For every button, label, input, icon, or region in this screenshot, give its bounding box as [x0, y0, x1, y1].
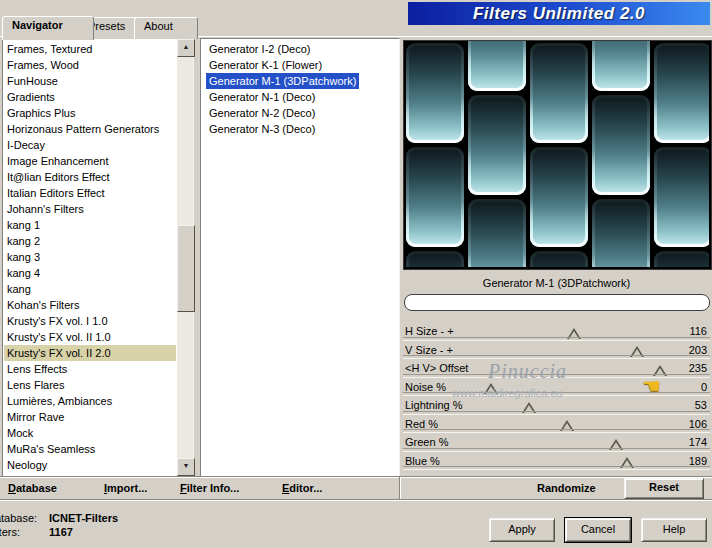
preview-caption: Generator M-1 (3DPatchwork) [403, 277, 710, 289]
category-item[interactable]: MuRa's Seamless [4, 441, 176, 457]
filter-item[interactable]: Generator K-1 (Flower) [202, 57, 398, 73]
editor-button[interactable]: Editor... [282, 482, 322, 494]
slider-thumb[interactable] [560, 420, 574, 431]
thumb-face [562, 423, 572, 431]
filter-item[interactable]: Generator N-1 (Deco) [202, 89, 398, 105]
category-item[interactable]: Johann's Filters [4, 201, 176, 217]
category-item[interactable]: Frames, Textured [4, 41, 176, 57]
category-item[interactable]: Lens Effects [4, 361, 176, 377]
import-button[interactable]: Import... [104, 482, 147, 494]
category-item[interactable]: Lens Flares [4, 377, 176, 393]
slider-track[interactable] [491, 452, 674, 471]
filter-item-label: Generator M-1 (3DPatchwork) [206, 73, 359, 89]
category-item[interactable]: kang 1 [4, 217, 176, 233]
scrollbar-track[interactable] [177, 57, 193, 458]
import-button-label: mport... [107, 482, 147, 494]
slider-thumb[interactable] [567, 328, 581, 339]
slider-row-red: Red % 106 [403, 415, 710, 434]
filter-info-button-label: ilter Info... [187, 482, 240, 494]
thumb-face [622, 460, 632, 468]
category-item[interactable]: Neology [4, 457, 176, 473]
reset-button[interactable]: Reset [624, 478, 704, 499]
slider-track[interactable] [491, 322, 674, 341]
category-scrollbar[interactable]: ▲ ▼ [177, 39, 193, 476]
scroll-down-icon: ▼ [183, 462, 190, 469]
category-item[interactable]: kang 3 [4, 249, 176, 265]
randomize-button[interactable]: Randomize [537, 482, 596, 494]
slider-value: 203 [689, 344, 707, 356]
slider-value: 189 [689, 455, 707, 467]
category-item[interactable]: Lumières, Ambiances [4, 393, 176, 409]
slider-track[interactable] [491, 433, 674, 452]
tab-about[interactable]: About [134, 17, 198, 39]
category-item[interactable]: Gradients [4, 89, 176, 105]
slider-thumb[interactable] [609, 439, 623, 450]
category-item-selected[interactable]: Krusty's FX vol. II 2.0 [4, 345, 176, 361]
category-item[interactable]: Graphics Plus [4, 105, 176, 121]
slider-label: H Size - + [405, 325, 454, 337]
category-item[interactable]: kang 2 [4, 233, 176, 249]
status-filters-label: Filters: [0, 525, 49, 539]
filter-item-selected[interactable]: Generator M-1 (3DPatchwork) [202, 73, 398, 89]
category-list: Frames, Textured Frames, Wood FunHouse G… [2, 38, 194, 477]
apply-button[interactable]: Apply [489, 518, 555, 542]
category-item[interactable]: I-Decay [4, 137, 176, 153]
scroll-up-button[interactable]: ▲ [177, 39, 195, 57]
category-item[interactable]: FunHouse [4, 73, 176, 89]
thumb-face [632, 349, 642, 357]
filter-preview [403, 40, 712, 270]
help-button[interactable]: Help [641, 518, 707, 542]
category-item[interactable]: It@lian Editors Effect [4, 169, 176, 185]
category-item[interactable]: Horizonaus Pattern Generators [4, 121, 176, 137]
slider-value: 116 [689, 325, 707, 337]
toolbar-vertical-separator [399, 477, 401, 499]
watermark-name: Pinuccia [488, 360, 567, 383]
slider-value: 0 [701, 381, 707, 393]
category-item[interactable]: kang [4, 281, 176, 297]
slider-thumb[interactable] [630, 346, 644, 357]
slider-track[interactable] [491, 415, 674, 434]
category-item[interactable]: Frames, Wood [4, 57, 176, 73]
status-filters-value: 1167 [49, 526, 73, 538]
thumb-face [611, 442, 621, 450]
filter-info-button-underline: F [180, 482, 187, 494]
filters-unlimited-window: Filters Unlimited 2.0 Navigator Presets … [0, 0, 712, 548]
category-item[interactable]: Krusty's FX vol. II 1.0 [4, 329, 176, 345]
slider-thumb[interactable] [620, 457, 634, 468]
slider-row-blue: Blue % 189 [403, 452, 710, 471]
slider-value: 53 [695, 399, 707, 411]
filter-item[interactable]: Generator N-3 (Deco) [202, 121, 398, 137]
tab-navigator[interactable]: Navigator [2, 16, 94, 40]
filter-list: Generator I-2 (Deco) Generator K-1 (Flow… [200, 38, 400, 477]
category-item[interactable]: Italian Editors Effect [4, 185, 176, 201]
category-item[interactable]: Kohan's Filters [4, 297, 176, 313]
category-item[interactable]: Mock [4, 425, 176, 441]
cancel-button[interactable]: Cancel [565, 518, 631, 542]
filter-info-button[interactable]: Filter Info... [180, 482, 239, 494]
slider-track[interactable] [491, 341, 674, 360]
scroll-up-icon: ▲ [183, 43, 190, 50]
editor-button-label: ditor... [289, 482, 322, 494]
category-item[interactable]: Image Enhancement [4, 153, 176, 169]
slider-label: <H V> Offset [405, 362, 468, 374]
slider-label: Noise % [405, 381, 446, 393]
thumb-face [569, 331, 579, 339]
category-item[interactable]: kang 4 [4, 265, 176, 281]
filter-item[interactable]: Generator N-2 (Deco) [202, 105, 398, 121]
slider-label: Blue % [405, 455, 440, 467]
database-button[interactable]: Database [8, 482, 57, 494]
category-item[interactable]: Mirror Rave [4, 409, 176, 425]
slider-thumb[interactable] [522, 402, 536, 413]
slider-label: Green % [405, 436, 448, 448]
status-database-row: Database:ICNET-Filters [0, 511, 118, 525]
pointing-hand-icon: ☚ [642, 374, 661, 398]
scrollbar-thumb[interactable] [177, 225, 195, 312]
filter-item[interactable]: Generator I-2 (Deco) [202, 41, 398, 57]
filter-item-label: Generator I-2 (Deco) [206, 41, 313, 57]
database-button-label: atabase [16, 482, 57, 494]
category-items: Frames, Textured Frames, Wood FunHouse G… [4, 41, 176, 475]
filter-item-label: Generator N-2 (Deco) [206, 105, 318, 121]
category-item[interactable]: Krusty's FX vol. I 1.0 [4, 313, 176, 329]
scroll-down-button[interactable]: ▼ [177, 458, 195, 476]
slider-value: 106 [689, 418, 707, 430]
